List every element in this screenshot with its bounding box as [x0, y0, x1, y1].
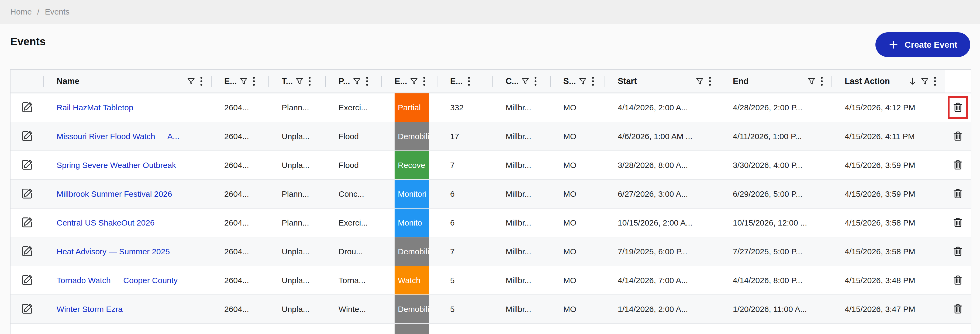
column-menu-icon[interactable] [708, 76, 712, 87]
filter-icon[interactable] [240, 77, 248, 85]
filter-icon[interactable] [353, 77, 361, 85]
column-header-start[interactable]: Start [605, 70, 720, 93]
filter-icon[interactable] [295, 77, 304, 85]
start-value: 4/14/2026, 2:00 A... [618, 103, 688, 112]
event-name-link[interactable]: Heat Advisory — Summer 2025 [57, 247, 170, 256]
column-menu-icon[interactable] [534, 76, 538, 87]
event-name-link[interactable]: Millbrook Summer Festival 2026 [57, 190, 172, 199]
delete-row-button[interactable] [952, 101, 964, 114]
column-label: E... [395, 76, 407, 86]
filter-icon[interactable] [808, 77, 816, 85]
state-value: MO [563, 103, 576, 112]
count-value: 6 [450, 190, 455, 199]
column-header-name[interactable]: Name [44, 70, 211, 93]
primary-value: Conc... [339, 190, 364, 199]
column-header-end[interactable]: End [720, 70, 832, 93]
column-label: E... [224, 76, 237, 86]
count-value: 5 [450, 305, 455, 314]
column-menu-icon[interactable] [365, 76, 369, 87]
type-value: Unpla... [282, 161, 309, 170]
column-header-state[interactable]: S... [550, 70, 605, 93]
end-value: 1/20/2026, 11:00 A... [733, 305, 807, 314]
column-header-last_action[interactable]: Last Action [832, 70, 945, 93]
column-header-type[interactable]: T... [269, 70, 326, 93]
delete-row-button[interactable] [952, 158, 964, 172]
last_action-value: 4/15/2026, 3:59 PM [845, 161, 915, 170]
table-row: Tornado Watch — Cooper County2604...Unpl… [11, 266, 971, 295]
start-value: 6/27/2026, 3:00 A... [618, 190, 688, 199]
delete-row-button[interactable] [952, 302, 964, 316]
column-menu-icon[interactable] [308, 76, 312, 87]
state-value: MO [563, 276, 576, 285]
filter-icon[interactable] [187, 77, 195, 85]
column-header-primary[interactable]: P... [326, 70, 382, 93]
edit-row-button[interactable] [21, 245, 34, 258]
create-event-label: Create Event [905, 40, 957, 50]
event-name-link[interactable]: Tornado Watch — Cooper County [57, 276, 178, 285]
filter-icon[interactable] [410, 77, 418, 85]
delete-row-button[interactable] [952, 216, 964, 229]
last_action-value: 4/15/2026, 4:12 PM [845, 103, 915, 112]
event-name-link[interactable]: Missouri River Flood Watch — A... [57, 132, 180, 141]
state-value: MO [563, 305, 576, 314]
edit-row-button[interactable] [21, 187, 34, 201]
edit-row-button[interactable] [21, 101, 34, 114]
column-header-count[interactable]: E... [437, 70, 493, 93]
sort-desc-icon[interactable] [909, 77, 916, 85]
filter-icon[interactable] [921, 77, 929, 85]
delete-row-button[interactable] [952, 274, 964, 287]
column-label: End [733, 76, 749, 86]
edit-icon [21, 216, 34, 230]
end-value: 7/27/2025, 5:00 P... [733, 247, 802, 256]
column-header-edit [11, 70, 44, 93]
edit-row-button[interactable] [21, 274, 34, 287]
event-name-link[interactable]: Rail HazMat Tabletop [57, 103, 134, 112]
type-value: Unpla... [282, 305, 309, 314]
column-menu-icon[interactable] [252, 76, 256, 87]
event_id-value: 2604... [224, 190, 249, 199]
delete-row-button[interactable] [952, 187, 964, 201]
column-label: E... [450, 76, 463, 86]
column-header-status[interactable]: E... [382, 70, 437, 93]
filter-icon[interactable] [696, 77, 704, 85]
column-menu-icon[interactable] [933, 76, 937, 87]
filter-icon[interactable] [579, 77, 587, 85]
last_action-value: 4/15/2026, 4:11 PM [845, 132, 915, 141]
edit-row-button[interactable] [21, 158, 34, 172]
city-value: Millbr... [506, 103, 531, 112]
create-event-button[interactable]: Create Event [875, 32, 970, 57]
table-row: Heat Advisory — Summer 20252604...Unpla.… [11, 237, 971, 266]
primary-value: Drou... [339, 247, 363, 256]
edit-row-button[interactable] [21, 216, 34, 230]
table-body: Rail HazMat Tabletop2604...Plann...Exerc… [11, 93, 971, 334]
column-menu-icon[interactable] [591, 76, 595, 87]
edit-row-button[interactable] [21, 130, 34, 143]
page-title: Events [10, 35, 46, 47]
state-value: MO [563, 218, 576, 228]
column-label: Last Action [845, 76, 890, 86]
column-menu-icon[interactable] [467, 76, 471, 87]
column-label: Name [57, 76, 79, 86]
type-value: Unpla... [282, 247, 309, 256]
event-name-link[interactable]: Spring Severe Weather Outbreak [57, 161, 176, 170]
breadcrumb-home[interactable]: Home [10, 7, 32, 16]
delete-row-button[interactable] [952, 130, 964, 143]
status-badge [395, 324, 429, 334]
filter-icon[interactable] [521, 77, 529, 85]
event-name-link[interactable]: Central US ShakeOut 2026 [57, 218, 155, 228]
column-menu-icon[interactable] [199, 76, 203, 87]
event-name-link[interactable]: Winter Storm Ezra [57, 305, 123, 314]
city-value: Millbr... [506, 190, 531, 199]
column-menu-icon[interactable] [422, 76, 426, 87]
column-header-event_id[interactable]: E... [211, 70, 269, 93]
count-value: 7 [450, 247, 455, 256]
start-value: 4/14/2026, 7:00 A... [618, 276, 688, 285]
primary-value: Torna... [339, 276, 366, 285]
city-value: Millbr... [506, 247, 531, 256]
count-value: 7 [450, 161, 455, 170]
column-menu-icon[interactable] [820, 76, 824, 87]
column-header-city[interactable]: C... [493, 70, 550, 93]
trash-icon [952, 101, 964, 114]
edit-row-button[interactable] [21, 302, 34, 316]
delete-row-button[interactable] [952, 245, 964, 258]
